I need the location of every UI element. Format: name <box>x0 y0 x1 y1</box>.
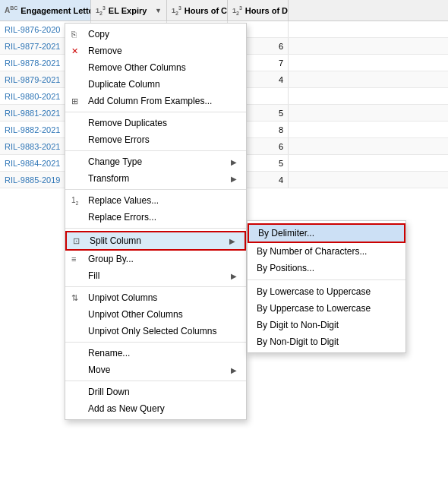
col-header-ceo[interactable]: 123 Hours of CEO ▼ <box>167 0 228 21</box>
submenu-item-by-uppercase[interactable]: By Uppercase to Lowercase <box>248 300 405 317</box>
separator-2 <box>65 150 246 151</box>
submenu-item-by-positions[interactable]: By Positions... <box>248 260 405 276</box>
menu-label-group-by: Group By... <box>88 254 134 264</box>
menu-label-replace-errors: Replace Errors... <box>88 212 156 223</box>
split-col-icon: ⊡ <box>73 236 80 246</box>
menu-item-split-column-wrapper: ⊡ Split Column ▶ <box>65 231 246 251</box>
unpivot-icon: ⇅ <box>71 293 78 303</box>
menu-item-split-column[interactable]: ⊡ Split Column ▶ <box>65 231 246 251</box>
group-by-icon: ≡ <box>71 254 76 264</box>
menu-item-drill-down[interactable]: Drill Down <box>65 384 246 400</box>
123-icon-expiry: 123 <box>96 5 106 16</box>
separator-6 <box>65 342 246 343</box>
col-header-director[interactable]: 123 Hours of Director ▼ <box>228 0 289 21</box>
submenu-label-by-uppercase: By Uppercase to Lowercase <box>257 303 371 314</box>
menu-item-add-col[interactable]: ⊞ Add Column From Examples... <box>65 93 246 109</box>
context-menu: ⎘ Copy ✕ Remove Remove Other Columns Dup… <box>65 23 247 420</box>
submenu-item-by-nondigit-digit[interactable]: By Non-Digit to Digit <box>248 333 405 350</box>
menu-label-rename: Rename... <box>88 348 130 358</box>
submenu-label-by-positions: By Positions... <box>257 263 314 273</box>
submenu-label-by-delimiter: By Delimiter... <box>258 228 314 238</box>
menu-label-drill-down: Drill Down <box>88 387 130 397</box>
split-column-submenu: By Delimiter... By Number of Characters.… <box>247 220 406 353</box>
menu-label-split-column: Split Column <box>90 235 141 246</box>
menu-label-move: Move <box>88 365 110 375</box>
menu-label-transform: Transform <box>88 173 129 184</box>
123-icon-director: 123 <box>232 5 242 16</box>
menu-item-remove[interactable]: ✕ Remove <box>65 43 246 59</box>
menu-item-remove-other[interactable]: Remove Other Columns <box>65 59 246 76</box>
menu-label-unpivot: Unpivot Columns <box>88 292 157 303</box>
menu-label-duplicate: Duplicate Column <box>88 79 160 90</box>
separator-3 <box>65 189 246 190</box>
col-header-expiry[interactable]: 123 EL Expiry ▼ <box>91 0 167 21</box>
menu-label-fill: Fill <box>88 270 99 281</box>
remove-icon: ✕ <box>71 46 78 56</box>
menu-item-unpivot[interactable]: ⇅ Unpivot Columns <box>65 289 246 306</box>
menu-label-unpivot-only: Unpivot Only Selected Columns <box>88 326 216 336</box>
menu-label-copy: Copy <box>88 29 109 39</box>
menu-item-fill[interactable]: Fill ▶ <box>65 267 246 284</box>
menu-item-unpivot-other[interactable]: Unpivot Other Columns <box>65 306 246 323</box>
copy-icon: ⎘ <box>71 30 77 39</box>
menu-label-add-col: Add Column From Examples... <box>88 96 212 106</box>
submenu-item-by-characters[interactable]: By Number of Characters... <box>248 243 405 260</box>
separator-1 <box>65 112 246 112</box>
menu-item-replace-values[interactable]: 12 Replace Values... <box>65 192 246 209</box>
replace-values-icon: 12 <box>71 196 78 206</box>
menu-item-replace-errors[interactable]: Replace Errors... <box>65 209 246 226</box>
menu-label-replace-values: Replace Values... <box>88 195 159 206</box>
menu-label-remove-other: Remove Other Columns <box>88 62 186 73</box>
add-col-icon: ⊞ <box>71 96 78 106</box>
submenu-label-by-digit-nondigit: By Digit to Non-Digit <box>257 320 339 330</box>
change-type-submenu-arrow: ▶ <box>231 158 237 166</box>
sub-separator-1 <box>248 279 405 280</box>
123-icon-ceo: 123 <box>172 5 181 16</box>
abc-icon: ABC <box>5 5 17 14</box>
col-label-director: Hours of Director <box>245 6 289 15</box>
menu-label-add-new-query: Add as New Query <box>88 403 165 414</box>
separator-4 <box>65 228 246 229</box>
menu-item-unpivot-only[interactable]: Unpivot Only Selected Columns <box>65 323 246 339</box>
move-submenu-arrow: ▶ <box>231 366 237 374</box>
col-label-ceo: Hours of CEO <box>185 6 228 15</box>
col-label-engagement: Engagement Letter No. <box>21 6 91 15</box>
split-col-submenu-arrow: ▶ <box>229 237 235 245</box>
separator-7 <box>65 381 246 381</box>
menu-item-copy[interactable]: ⎘ Copy <box>65 26 246 43</box>
menu-item-transform[interactable]: Transform ▶ <box>65 170 246 187</box>
col-header-engagement[interactable]: ABC Engagement Letter No. ▼ <box>0 0 91 21</box>
menu-label-change-type: Change Type <box>88 156 142 167</box>
col-dropdown-expiry[interactable]: ▼ <box>155 7 162 14</box>
menu-label-remove-errors: Remove Errors <box>88 134 150 145</box>
menu-label-remove: Remove <box>88 46 122 56</box>
menu-item-group-by[interactable]: ≡ Group By... <box>65 251 246 267</box>
menu-item-duplicate[interactable]: Duplicate Column <box>65 76 246 93</box>
menu-item-rename[interactable]: Rename... <box>65 345 246 362</box>
table-header: ABC Engagement Letter No. ▼ 123 EL Expir… <box>0 0 448 21</box>
menu-item-remove-errors[interactable]: Remove Errors <box>65 131 246 148</box>
menu-label-unpivot-other: Unpivot Other Columns <box>88 309 183 320</box>
col-label-expiry: EL Expiry <box>109 6 147 15</box>
submenu-label-by-nondigit-digit: By Non-Digit to Digit <box>257 336 339 347</box>
menu-item-remove-duplicates[interactable]: Remove Duplicates <box>65 115 246 131</box>
submenu-label-by-characters: By Number of Characters... <box>257 246 367 257</box>
submenu-item-by-digit-nondigit[interactable]: By Digit to Non-Digit <box>248 317 405 333</box>
submenu-item-by-delimiter[interactable]: By Delimiter... <box>248 223 405 243</box>
transform-submenu-arrow: ▶ <box>231 175 237 183</box>
fill-submenu-arrow: ▶ <box>231 272 237 280</box>
separator-5 <box>65 286 246 287</box>
menu-label-remove-duplicates: Remove Duplicates <box>88 118 167 128</box>
submenu-label-by-lowercase: By Lowercase to Uppercase <box>257 286 371 297</box>
submenu-item-by-lowercase[interactable]: By Lowercase to Uppercase <box>248 283 405 300</box>
menu-item-move[interactable]: Move ▶ <box>65 362 246 378</box>
menu-item-change-type[interactable]: Change Type ▶ <box>65 153 246 170</box>
menu-item-add-new-query[interactable]: Add as New Query <box>65 400 246 417</box>
